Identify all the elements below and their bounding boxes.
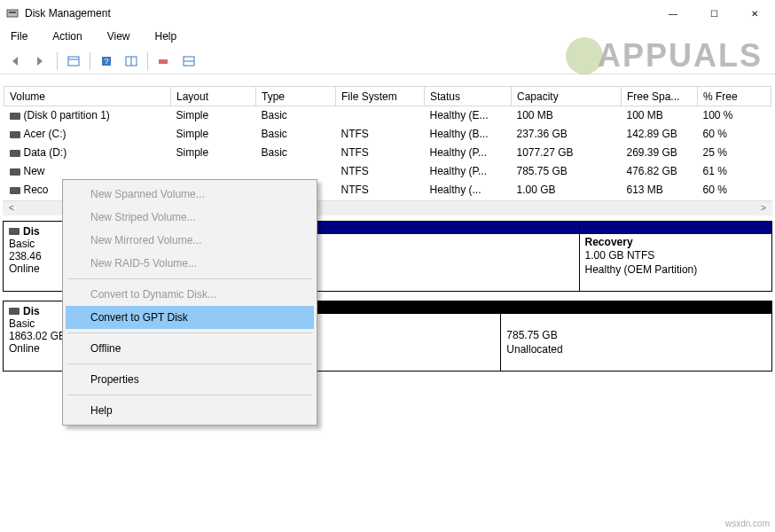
context-menu-item: New Spanned Volume... <box>66 183 314 206</box>
partition-header <box>501 301 771 314</box>
partition-header <box>580 222 771 234</box>
volume-row[interactable]: Data (D:)SimpleBasicNTFSHealthy (P...107… <box>4 144 771 162</box>
cell-fs: NTFS <box>336 162 425 181</box>
cell-name: Acer (C:) <box>4 125 171 144</box>
cell-pct: 60 % <box>698 125 771 144</box>
view-button-2[interactable] <box>121 51 142 72</box>
menu-view[interactable]: View <box>102 28 136 44</box>
context-menu-item: New Mirrored Volume... <box>66 229 314 252</box>
volume-icon <box>10 113 20 120</box>
context-menu-separator <box>67 278 312 279</box>
context-menu-separator <box>67 332 312 333</box>
cell-type: Basic <box>256 106 336 125</box>
cell-free: 142.89 GB <box>622 125 698 144</box>
back-button[interactable] <box>5 51 27 72</box>
help-button[interactable]: ? <box>96 51 117 72</box>
cell-name: (Disk 0 partition 1) <box>4 106 171 125</box>
cell-status: Healthy (B... <box>425 125 512 144</box>
col-capacity[interactable]: Capacity <box>512 87 622 106</box>
cell-type: Basic <box>256 125 336 144</box>
forward-button[interactable] <box>30 51 51 72</box>
cell-pct: 25 % <box>698 144 771 162</box>
cell-capacity: 785.75 GB <box>512 162 622 181</box>
disk-1-partition-2[interactable]: 785.75 GB Unallocated <box>501 301 772 371</box>
menubar: File Action View Help <box>0 27 775 48</box>
source-watermark: wsxdn.com <box>725 519 770 528</box>
col-type[interactable]: Type <box>256 87 336 106</box>
cell-free: 613 MB <box>622 181 698 200</box>
svg-rect-8 <box>159 59 168 64</box>
titlebar: Disk Management — ☐ ✕ <box>0 0 775 27</box>
context-menu[interactable]: New Spanned Volume...New Striped Volume.… <box>62 179 317 426</box>
col-filesystem[interactable]: File System <box>336 87 425 106</box>
scroll-right-icon[interactable]: > <box>756 203 771 213</box>
context-menu-separator <box>67 364 312 364</box>
cell-fs: NTFS <box>336 144 425 162</box>
context-menu-item: New Striped Volume... <box>66 206 314 229</box>
col-free[interactable]: Free Spa... <box>622 87 698 106</box>
col-pctfree[interactable]: % Free <box>698 87 771 106</box>
context-menu-item[interactable]: Convert to GPT Disk <box>66 306 314 329</box>
volume-row[interactable]: NewNTFSHealthy (P...785.75 GB476.82 GB61… <box>4 162 771 181</box>
context-menu-item[interactable]: Help <box>66 399 314 422</box>
minimize-button[interactable]: — <box>653 0 693 27</box>
cell-fs <box>336 106 425 125</box>
cell-fs: NTFS <box>336 125 425 144</box>
cell-free: 476.82 GB <box>622 162 698 181</box>
cell-capacity: 237.36 GB <box>512 125 622 144</box>
volume-icon <box>10 187 20 194</box>
col-volume[interactable]: Volume <box>4 87 171 106</box>
volume-icon <box>10 150 20 157</box>
context-menu-item[interactable]: Properties <box>66 368 314 391</box>
svg-rect-2 <box>68 57 79 66</box>
cell-status: Healthy (... <box>425 181 512 200</box>
cell-capacity: 100 MB <box>512 106 622 125</box>
menu-action[interactable]: Action <box>47 28 87 44</box>
cell-layout: Simple <box>171 106 256 125</box>
cell-fs: NTFS <box>336 181 425 200</box>
context-menu-item: New RAID-5 Volume... <box>66 252 314 275</box>
cell-type: Basic <box>256 144 336 162</box>
svg-rect-1 <box>9 12 16 13</box>
view-button-1[interactable] <box>63 51 84 72</box>
svg-text:?: ? <box>104 57 108 66</box>
volume-icon <box>10 168 20 176</box>
cell-layout: Simple <box>171 144 256 162</box>
menu-help[interactable]: Help <box>150 28 183 44</box>
cell-layout <box>171 162 256 181</box>
context-menu-separator <box>67 395 312 395</box>
menu-file[interactable]: File <box>5 28 33 44</box>
volume-row[interactable]: (Disk 0 partition 1)SimpleBasicHealthy (… <box>4 106 771 125</box>
cell-pct: 61 % <box>698 162 771 181</box>
context-menu-item: Convert to Dynamic Disk... <box>66 283 314 306</box>
cell-type <box>256 162 336 181</box>
volume-row[interactable]: Acer (C:)SimpleBasicNTFSHealthy (B...237… <box>4 125 771 144</box>
app-icon <box>5 6 20 20</box>
close-button[interactable]: ✕ <box>734 0 775 27</box>
cell-free: 100 MB <box>622 106 698 125</box>
cell-pct: 100 % <box>698 106 771 125</box>
cell-capacity: 1.00 GB <box>512 181 622 200</box>
window-title: Disk Management <box>25 7 111 20</box>
col-status[interactable]: Status <box>425 87 512 106</box>
col-layout[interactable]: Layout <box>171 87 256 106</box>
volume-icon <box>10 131 20 138</box>
maximize-button[interactable]: ☐ <box>693 0 734 27</box>
refresh-button[interactable] <box>153 51 175 72</box>
disk-0-partition-recovery[interactable]: Recovery 1.00 GB NTFS Healthy (OEM Parti… <box>580 222 772 291</box>
column-headers[interactable]: Volume Layout Type File System Status Ca… <box>4 87 771 106</box>
context-menu-item[interactable]: Offline <box>66 337 314 360</box>
view-button-3[interactable] <box>178 51 200 72</box>
cell-layout: Simple <box>171 125 256 144</box>
toolbar: ? <box>0 48 775 74</box>
cell-status: Healthy (E... <box>425 106 512 125</box>
cell-name: Data (D:) <box>4 144 171 162</box>
cell-pct: 60 % <box>698 181 771 200</box>
cell-status: Healthy (P... <box>425 144 512 162</box>
cell-name: New <box>4 162 171 181</box>
cell-free: 269.39 GB <box>622 144 698 162</box>
cell-status: Healthy (P... <box>425 162 512 181</box>
scroll-left-icon[interactable]: < <box>4 203 19 213</box>
cell-capacity: 1077.27 GB <box>512 144 622 162</box>
